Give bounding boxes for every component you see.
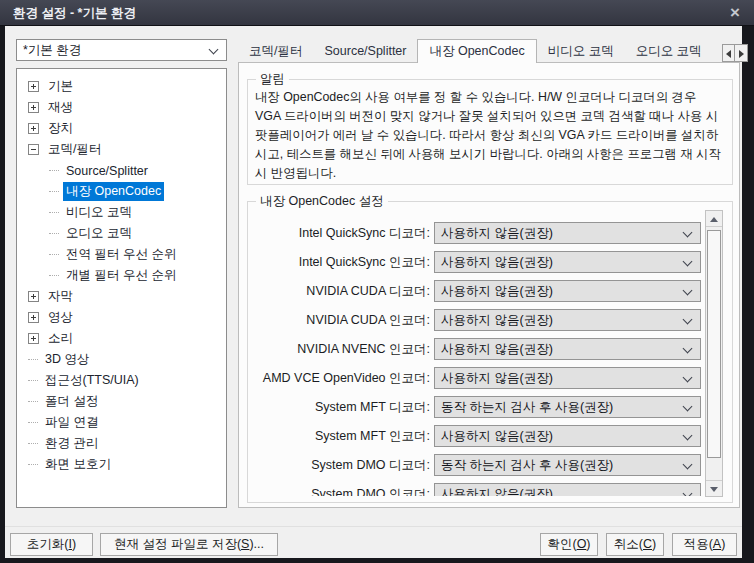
tree-item-label: 3D 영상	[42, 350, 92, 369]
settings-tree[interactable]: 기본재생장치코덱/필터Source/Splitter내장 OpenCodec비디…	[16, 68, 227, 508]
codec-dropdown[interactable]: 사용하지 않음(권장)	[434, 367, 701, 389]
codec-dropdown[interactable]: 사용하지 않음(권장)	[434, 251, 701, 273]
codec-dropdown-value: 동작 하는지 검사 후 사용(권장)	[441, 397, 613, 417]
footer-divider	[5, 526, 742, 527]
tree-item[interactable]: 영상	[17, 307, 226, 328]
tree-item[interactable]: 코덱/필터	[17, 139, 226, 160]
scrollbar-thumb[interactable]	[707, 230, 721, 458]
window-title: 환경 설정 - *기본 환경	[13, 5, 136, 22]
tab-scroll-left-icon[interactable]	[722, 44, 735, 62]
codec-row: NVIDIA CUDA 인코더:사용하지 않음(권장)	[249, 309, 701, 331]
scroll-down-icon[interactable]	[706, 480, 722, 496]
tab-3[interactable]: 내장 OpenCodec	[417, 39, 536, 63]
tree-item[interactable]: 폴더 설정	[17, 391, 226, 412]
tree-item[interactable]: 개별 필터 우선 순위	[17, 265, 226, 286]
tab-6[interactable]: 전역 필터 우선 순위	[713, 41, 720, 62]
codec-dropdown-value: 사용하지 않음(권장)	[441, 484, 553, 496]
tree-item-label: 내장 OpenCodec	[63, 182, 164, 201]
tree-item[interactable]: 자막	[17, 286, 226, 307]
notice-group-title: 알림	[256, 71, 289, 88]
codec-settings-group: 내장 OpenCodec 설정 Intel QuickSync 디코더:사용하지…	[247, 201, 733, 503]
expander-minus-icon[interactable]	[28, 144, 39, 155]
chevron-down-icon	[683, 431, 693, 441]
chevron-down-icon	[683, 286, 693, 296]
expander-plus-icon[interactable]	[28, 291, 39, 302]
tree-item-label: 기본	[45, 77, 76, 96]
tree-item[interactable]: 3D 영상	[17, 349, 226, 370]
codec-dropdown-value: 사용하지 않음(권장)	[441, 281, 553, 301]
tree-item[interactable]: 전역 필터 우선 순위	[17, 244, 226, 265]
codec-dropdown-value: 사용하지 않음(권장)	[441, 223, 553, 243]
tree-item-label: 오디오 코덱	[63, 224, 135, 243]
tree-item[interactable]: 재생	[17, 97, 226, 118]
expander-plus-icon[interactable]	[28, 102, 39, 113]
codec-row: System DMO 인코더:사용하지 않음(권장)	[249, 483, 701, 496]
tree-item-label: 비디오 코덱	[63, 203, 135, 222]
codec-dropdown[interactable]: 사용하지 않음(권장)	[434, 338, 701, 360]
tree-item-label: 폴더 설정	[42, 392, 101, 411]
dialog-body: *기본 환경 기본재생장치코덱/필터Source/Splitter내장 Open…	[5, 26, 742, 558]
save-profile-button[interactable]: 현재 설정 파일로 저장(S)...	[100, 533, 278, 556]
chevron-down-icon	[683, 489, 693, 496]
expander-plus-icon[interactable]	[28, 312, 39, 323]
tab-1[interactable]: 코덱/필터	[238, 41, 313, 62]
tab-page: 알림 내장 OpenCodec의 사용 여부를 정 할 수 있습니다. H/W …	[238, 62, 740, 508]
codec-dropdown[interactable]: 사용하지 않음(권장)	[434, 280, 701, 302]
codec-dropdown[interactable]: 동작 하는지 검사 후 사용(권장)	[434, 454, 701, 476]
codec-dropdown-value: 사용하지 않음(권장)	[441, 368, 553, 388]
tab-5[interactable]: 오디오 코덱	[625, 41, 713, 62]
reset-button[interactable]: 초기화(I)	[10, 533, 93, 556]
tree-item[interactable]: 장치	[17, 118, 226, 139]
tree-item[interactable]: Source/Splitter	[17, 160, 226, 181]
codec-dropdown[interactable]: 사용하지 않음(권장)	[434, 425, 701, 447]
codec-dropdown-value: 동작 하는지 검사 후 사용(권장)	[441, 455, 613, 475]
ok-button[interactable]: 확인(O)	[540, 533, 598, 556]
tree-item[interactable]: 기본	[17, 76, 226, 97]
tree-item[interactable]: 오디오 코덱	[17, 223, 226, 244]
tree-item-label: 환경 관리	[42, 434, 101, 453]
tree-item-label: 영상	[45, 308, 76, 327]
tab-2[interactable]: Source/Splitter	[313, 41, 417, 62]
profile-select-value: *기본 환경	[23, 40, 81, 60]
close-icon[interactable]	[724, 2, 746, 24]
expander-plus-icon[interactable]	[28, 333, 39, 344]
codec-row-label: System MFT 인코더:	[249, 425, 430, 447]
cancel-button[interactable]: 취소(C)	[606, 533, 664, 556]
codec-dropdown[interactable]: 사용하지 않음(권장)	[434, 483, 701, 496]
tree-item[interactable]: 소리	[17, 328, 226, 349]
profile-select[interactable]: *기본 환경	[16, 39, 227, 61]
tree-item-label: 개별 필터 우선 순위	[63, 266, 179, 285]
expander-plus-icon[interactable]	[28, 123, 39, 134]
tab-scroll-right-icon[interactable]	[735, 44, 748, 62]
codec-row-label: System MFT 디코더:	[249, 396, 430, 418]
chevron-down-icon	[683, 344, 693, 354]
codec-row-label: AMD VCE OpenVideo 인코더:	[249, 367, 430, 389]
tree-item-label: 재생	[45, 98, 76, 117]
chevron-down-icon	[683, 315, 693, 325]
expander-plus-icon[interactable]	[28, 81, 39, 92]
codec-dropdown[interactable]: 사용하지 않음(권장)	[434, 222, 701, 244]
chevron-down-icon	[683, 373, 693, 383]
codec-row: System DMO 디코더:동작 하는지 검사 후 사용(권장)	[249, 454, 701, 476]
tree-item-label: 파일 연결	[42, 413, 101, 432]
codec-row: NVIDIA NVENC 인코더:사용하지 않음(권장)	[249, 338, 701, 360]
chevron-down-icon	[683, 460, 693, 470]
codec-scrollbar[interactable]	[705, 210, 723, 497]
tree-item[interactable]: 접근성(TTS/UIA)	[17, 370, 226, 391]
codec-dropdown[interactable]: 동작 하는지 검사 후 사용(권장)	[434, 396, 701, 418]
tree-item[interactable]: 환경 관리	[17, 433, 226, 454]
tree-item-label: 자막	[45, 287, 76, 306]
tab-4[interactable]: 비디오 코덱	[537, 41, 625, 62]
tree-item-label: Source/Splitter	[63, 163, 151, 179]
chevron-down-icon	[683, 402, 693, 412]
tree-item[interactable]: 화면 보호기	[17, 454, 226, 475]
apply-button[interactable]: 적용(A)	[672, 533, 737, 556]
tree-item[interactable]: 파일 연결	[17, 412, 226, 433]
tree-item[interactable]: 비디오 코덱	[17, 202, 226, 223]
tree-item[interactable]: 내장 OpenCodec	[17, 181, 226, 202]
scroll-up-icon[interactable]	[706, 211, 722, 227]
codec-settings-group-title: 내장 OpenCodec 설정	[256, 193, 388, 210]
codec-row: System MFT 디코더:동작 하는지 검사 후 사용(권장)	[249, 396, 701, 418]
tree-item-label: 코덱/필터	[45, 140, 104, 159]
codec-dropdown[interactable]: 사용하지 않음(권장)	[434, 309, 701, 331]
